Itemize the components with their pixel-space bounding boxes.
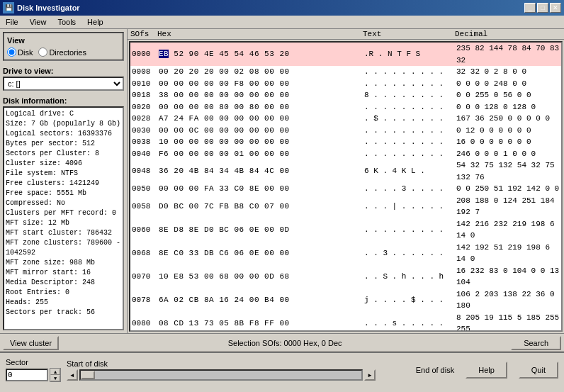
sector-section: Sector ▲ ▼ bbox=[6, 358, 61, 382]
hex-bytes: 8E C0 33 DB C6 06 0E 00 00 bbox=[159, 247, 364, 259]
col-sofs-header: SOfs bbox=[130, 30, 157, 38]
start-disk-row: ◄ ► bbox=[67, 369, 376, 381]
view-cluster-button[interactable]: View cluster bbox=[3, 336, 59, 350]
hex-row[interactable]: 0048 36 20 4B 84 34 4B 84 4C 00 6 K . 4 … bbox=[130, 159, 561, 183]
hex-row[interactable]: 0080 08 CD 13 73 05 8B F8 FF 00 . . . s … bbox=[130, 312, 561, 332]
title-bar: 💾 Disk Investigator _ □ ✕ bbox=[0, 0, 564, 16]
hex-content[interactable]: 0000 EB 52 90 4E 45 54 46 53 20 .R . N T… bbox=[129, 41, 563, 332]
hex-address: 0030 bbox=[132, 125, 159, 137]
hex-decimal: 235 82 144 78 84 70 83 32 bbox=[456, 43, 560, 66]
hex-row[interactable]: 0040 F6 00 00 00 00 01 00 00 00 . . . . … bbox=[130, 148, 561, 160]
menu-tools[interactable]: Tools bbox=[55, 17, 79, 27]
hex-decimal: 0 0 255 0 56 0 0 bbox=[456, 89, 560, 101]
menu-view[interactable]: View bbox=[27, 17, 50, 27]
hex-bytes: EB 52 90 4E 45 54 46 53 20 bbox=[159, 48, 364, 60]
start-disk-section: Start of disk ◄ ► bbox=[67, 359, 376, 381]
disk-info-label: Disk information: bbox=[3, 96, 124, 105]
sector-input[interactable] bbox=[6, 369, 48, 381]
hex-row[interactable]: 0068 8E C0 33 DB C6 06 0E 00 00 . . 3 . … bbox=[130, 242, 561, 265]
disk-info-line: Clusters per MFT record: 0 bbox=[6, 208, 121, 218]
disk-info-line: Logical drive: C bbox=[6, 109, 121, 119]
disk-info-line: Cluster size: 4096 bbox=[6, 159, 121, 169]
hex-row[interactable]: 0028 A7 24 FA 00 00 00 00 00 00 . $ . . … bbox=[130, 113, 561, 125]
hex-bytes: 00 00 0C 00 00 00 00 00 00 bbox=[159, 125, 364, 137]
hex-decimal: 246 0 0 0 1 0 0 0 bbox=[456, 148, 560, 160]
hex-row[interactable]: 0038 10 00 00 00 00 00 00 00 00 . . . . … bbox=[130, 136, 561, 148]
disk-radio-option[interactable]: Disk bbox=[7, 47, 33, 57]
hex-address: 0020 bbox=[132, 101, 159, 113]
hex-decimal: 142 216 232 219 198 6 14 0 bbox=[456, 218, 560, 242]
hex-row[interactable]: 0030 00 00 0C 00 00 00 00 00 00 . . . . … bbox=[130, 125, 561, 137]
hex-text: . . . . . . . . . bbox=[364, 78, 456, 90]
close-button[interactable]: ✕ bbox=[550, 3, 561, 13]
hex-bytes: 10 00 00 00 00 00 00 00 00 bbox=[159, 136, 364, 148]
disk-radio[interactable] bbox=[7, 47, 16, 57]
drive-select[interactable]: c: [] bbox=[3, 77, 124, 91]
disk-info-line: Sectors per track: 56 bbox=[6, 308, 121, 318]
right-panel: SOfs Hex Text Decimal 0000 EB 52 90 4E 4… bbox=[128, 29, 564, 333]
hex-decimal: 208 188 0 124 251 184 192 7 bbox=[456, 195, 560, 218]
hex-row[interactable]: 0000 EB 52 90 4E 45 54 46 53 20 .R . N T… bbox=[130, 43, 561, 66]
disk-info-line: File system: NTFS bbox=[6, 169, 121, 179]
view-title: View bbox=[7, 36, 120, 45]
help-button[interactable]: Help bbox=[466, 362, 507, 379]
menu-help[interactable]: Help bbox=[84, 17, 106, 27]
hex-row[interactable]: 0058 D0 BC 00 7C FB B8 C0 07 00 . . . | … bbox=[130, 195, 561, 218]
sector-input-row: ▲ ▼ bbox=[6, 368, 61, 382]
sector-spinner: ▲ ▼ bbox=[50, 368, 61, 382]
hex-row[interactable]: 0020 00 00 00 00 80 00 80 00 00 . . . . … bbox=[130, 101, 561, 113]
disk-info-content[interactable]: Logical drive: CSize: 7 Gb (popularly 8 … bbox=[3, 106, 124, 330]
hex-bytes: 10 E8 53 00 68 00 00 0D 68 bbox=[159, 271, 364, 283]
hex-text: 8 . . . . . . . . bbox=[364, 89, 456, 101]
maximize-button[interactable]: □ bbox=[537, 3, 548, 13]
selection-info: Selection SOfs: 0000 Hex, 0 Dec bbox=[62, 339, 508, 347]
search-button[interactable]: Search bbox=[511, 336, 561, 350]
hex-text: . . . . . . . . . bbox=[364, 66, 456, 78]
col-decimal-header: Decimal bbox=[455, 30, 561, 38]
hex-address: 0080 bbox=[132, 318, 159, 330]
start-disk-label: Start of disk bbox=[67, 359, 108, 368]
hex-row[interactable]: 0010 00 00 00 00 00 F8 00 00 00 . . . . … bbox=[130, 78, 561, 90]
sector-spin-up[interactable]: ▲ bbox=[50, 369, 60, 375]
hex-decimal: 54 32 75 132 54 32 75 132 76 bbox=[456, 159, 560, 183]
disk-info-line: Free space: 5551 Mb bbox=[6, 189, 121, 198]
disk-info-section: Disk information: Logical drive: CSize: … bbox=[3, 96, 124, 330]
col-hex-header: Hex bbox=[157, 30, 363, 38]
hex-bytes: 00 00 00 FA 33 C0 8E 00 00 bbox=[159, 183, 364, 195]
hex-address: 0010 bbox=[132, 78, 159, 90]
hex-decimal: 0 12 0 0 0 0 0 0 bbox=[456, 125, 560, 137]
hex-bytes: A7 24 FA 00 00 00 00 00 00 bbox=[159, 113, 364, 125]
hex-address: 0038 bbox=[132, 136, 159, 148]
hex-decimal: 32 32 0 2 8 0 0 bbox=[456, 66, 560, 78]
drive-section: Drive to view: c: [] bbox=[3, 67, 124, 91]
disk-info-line: Root Entries: 0 bbox=[6, 288, 121, 298]
directories-radio-option[interactable]: Directories bbox=[38, 47, 86, 57]
hex-row[interactable]: 0070 10 E8 53 00 68 00 00 0D 68 . . S . … bbox=[130, 265, 561, 289]
directories-radio[interactable] bbox=[38, 47, 47, 57]
hex-text: 6 K . 4 K L . bbox=[364, 165, 456, 177]
hex-decimal: 106 2 203 138 22 36 0 180 bbox=[456, 289, 560, 312]
minimize-button[interactable]: _ bbox=[524, 3, 536, 13]
hex-text: .R . N T F S bbox=[364, 48, 456, 60]
hex-address: 0070 bbox=[132, 271, 159, 283]
menu-bar: File View Tools Help bbox=[0, 16, 564, 29]
scroll-track[interactable] bbox=[79, 369, 363, 381]
hex-row[interactable]: 0078 6A 02 CB 8A 16 24 00 B4 00 j . . . … bbox=[130, 289, 561, 312]
hex-address: 0048 bbox=[132, 165, 159, 177]
menu-file[interactable]: File bbox=[3, 17, 21, 27]
scroll-thumb[interactable] bbox=[81, 371, 95, 379]
hex-address: 0018 bbox=[132, 89, 159, 101]
sector-spin-down[interactable]: ▼ bbox=[50, 375, 60, 381]
hex-row[interactable]: 0050 00 00 00 FA 33 C0 8E 00 00 . . . . … bbox=[130, 183, 561, 195]
hex-row[interactable]: 0008 00 20 20 20 00 02 08 00 00 . . . . … bbox=[130, 66, 561, 78]
quit-button[interactable]: Quit bbox=[519, 362, 558, 379]
title-bar-buttons: _ □ ✕ bbox=[524, 3, 561, 13]
hex-bytes: 00 00 00 00 80 00 80 00 00 bbox=[159, 101, 364, 113]
hex-bytes: 8E D8 8E D0 BC 06 0E 00 0D bbox=[159, 224, 364, 236]
scroll-left-arrow[interactable]: ◄ bbox=[67, 369, 78, 381]
scroll-right-arrow[interactable]: ► bbox=[364, 369, 376, 381]
hex-decimal: 142 192 51 219 198 6 14 0 bbox=[456, 242, 560, 265]
hex-row[interactable]: 0060 8E D8 8E D0 BC 06 0E 00 0D . . . . … bbox=[130, 218, 561, 242]
hex-row[interactable]: 0018 38 00 00 00 00 00 00 00 00 8 . . . … bbox=[130, 89, 561, 101]
hex-text: . . . . . . . . . bbox=[364, 136, 456, 148]
